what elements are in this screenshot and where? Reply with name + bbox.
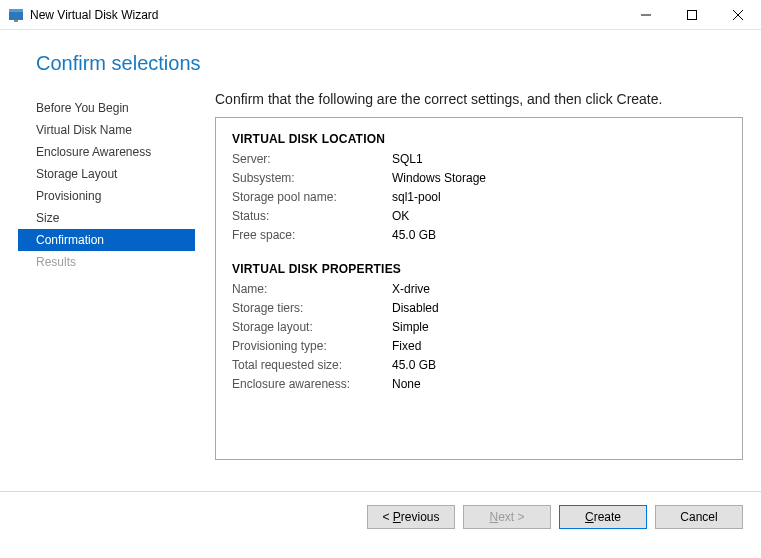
location-table: Server: SQL1 Subsystem: Windows Storage …	[232, 150, 726, 244]
value-enclosure: None	[392, 375, 726, 393]
value-server: SQL1	[392, 150, 726, 168]
minimize-button[interactable]	[623, 0, 669, 29]
app-icon	[8, 7, 24, 23]
close-button[interactable]	[715, 0, 761, 29]
properties-table: Name: X-drive Storage tiers: Disabled St…	[232, 280, 726, 393]
step-enclosure-awareness[interactable]: Enclosure Awareness	[18, 141, 195, 163]
wizard-body: Before You Begin Virtual Disk Name Enclo…	[0, 91, 761, 491]
value-provisioning: Fixed	[392, 337, 726, 355]
label-status: Status:	[232, 207, 392, 225]
cancel-button[interactable]: Cancel	[655, 505, 743, 529]
value-status: OK	[392, 207, 726, 225]
value-name: X-drive	[392, 280, 726, 298]
label-pool: Storage pool name:	[232, 188, 392, 206]
step-size[interactable]: Size	[18, 207, 195, 229]
label-subsystem: Subsystem:	[232, 169, 392, 187]
label-tiers: Storage tiers:	[232, 299, 392, 317]
label-layout: Storage layout:	[232, 318, 392, 336]
step-storage-layout[interactable]: Storage Layout	[18, 163, 195, 185]
window-controls	[623, 0, 761, 29]
step-results: Results	[18, 251, 195, 273]
value-tiers: Disabled	[392, 299, 726, 317]
content-area: Confirm that the following are the corre…	[195, 91, 743, 491]
value-total-size: 45.0 GB	[392, 356, 726, 374]
step-virtual-disk-name[interactable]: Virtual Disk Name	[18, 119, 195, 141]
window-title: New Virtual Disk Wizard	[30, 8, 623, 22]
label-provisioning: Provisioning type:	[232, 337, 392, 355]
page-title: Confirm selections	[36, 52, 761, 75]
next-button: Next >	[463, 505, 551, 529]
wizard-header: Confirm selections	[0, 30, 761, 91]
value-layout: Simple	[392, 318, 726, 336]
svg-rect-1	[9, 9, 23, 12]
label-freespace: Free space:	[232, 226, 392, 244]
value-freespace: 45.0 GB	[392, 226, 726, 244]
wizard-steps: Before You Begin Virtual Disk Name Enclo…	[18, 91, 195, 491]
step-provisioning[interactable]: Provisioning	[18, 185, 195, 207]
section-location-title: VIRTUAL DISK LOCATION	[232, 132, 726, 146]
label-enclosure: Enclosure awareness:	[232, 375, 392, 393]
titlebar: New Virtual Disk Wizard	[0, 0, 761, 30]
label-name: Name:	[232, 280, 392, 298]
value-pool: sql1-pool	[392, 188, 726, 206]
settings-panel: VIRTUAL DISK LOCATION Server: SQL1 Subsy…	[215, 117, 743, 460]
previous-button[interactable]: < Previous	[367, 505, 455, 529]
wizard-footer: < Previous Next > Create Cancel	[0, 491, 761, 541]
label-total-size: Total requested size:	[232, 356, 392, 374]
svg-rect-4	[688, 10, 697, 19]
create-button[interactable]: Create	[559, 505, 647, 529]
value-subsystem: Windows Storage	[392, 169, 726, 187]
svg-rect-2	[14, 20, 18, 22]
step-confirmation[interactable]: Confirmation	[18, 229, 195, 251]
maximize-button[interactable]	[669, 0, 715, 29]
section-properties-title: VIRTUAL DISK PROPERTIES	[232, 262, 726, 276]
label-server: Server:	[232, 150, 392, 168]
instruction-text: Confirm that the following are the corre…	[215, 91, 743, 107]
step-before-you-begin[interactable]: Before You Begin	[18, 97, 195, 119]
